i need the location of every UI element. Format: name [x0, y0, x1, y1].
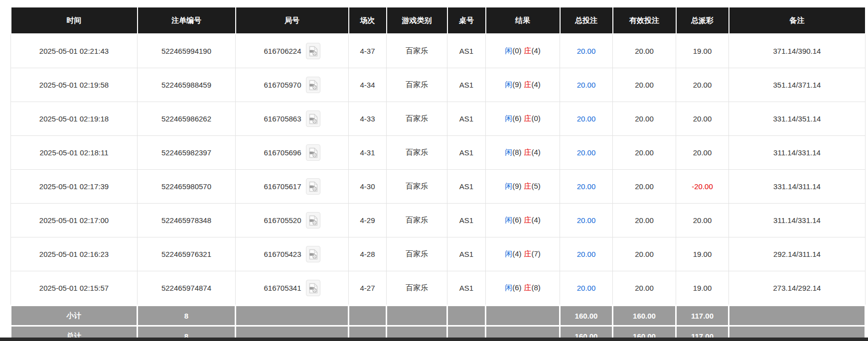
video-replay-button[interactable]	[306, 178, 320, 195]
player-result-label: 闲	[505, 249, 512, 258]
total-bet-cell: 20.00	[560, 102, 613, 136]
remark-cell: 371.14/390.14	[729, 34, 866, 68]
banker-result-score: (4)	[532, 148, 541, 156]
video-replay-button[interactable]	[306, 77, 320, 93]
total-bet-link[interactable]: 20.00	[577, 114, 596, 123]
round-cell: 616705341	[236, 271, 349, 306]
session-cell: 4-34	[349, 68, 387, 102]
banker-result-label: 庄	[524, 80, 532, 89]
table-no-cell: AS1	[447, 68, 486, 102]
session-cell: 4-28	[349, 237, 387, 271]
empty-cell	[236, 306, 349, 326]
total-bet-link[interactable]: 20.00	[577, 47, 596, 55]
video-replay-button[interactable]	[306, 212, 320, 228]
banker-result-score: (5)	[532, 182, 541, 190]
subtotal-total-bet: 160.00	[560, 306, 613, 326]
result-cell: 闲(8)庄(4)	[486, 136, 560, 170]
player-result-score: (6)	[512, 216, 521, 224]
session-cell: 4-30	[349, 170, 387, 204]
subtotal-valid-bet: 160.00	[613, 306, 676, 326]
video-replay-button[interactable]	[306, 43, 320, 59]
video-replay-icon	[308, 114, 318, 124]
banker-result-label: 庄	[524, 216, 532, 224]
total-bet-link[interactable]: 20.00	[577, 182, 596, 191]
empty-cell	[486, 306, 560, 326]
header-game-type: 游戏类别	[387, 7, 447, 34]
table-no-cell: AS1	[447, 170, 486, 204]
total-bet-link[interactable]: 20.00	[577, 81, 596, 89]
remark-cell: 311.14/331.14	[729, 204, 866, 237]
valid-bet-cell: 20.00	[613, 68, 676, 102]
result-cell: 闲(6)庄(0)	[486, 102, 560, 136]
session-cell: 4-27	[349, 271, 387, 306]
total-bet-link[interactable]: 20.00	[577, 250, 596, 258]
payout-cell: 20.00	[676, 102, 729, 136]
total-bet-cell: 20.00	[560, 204, 613, 237]
video-replay-icon	[308, 181, 318, 192]
bottom-bar	[0, 338, 868, 341]
video-replay-icon	[308, 46, 318, 57]
total-bet-cell: 20.00	[560, 68, 613, 102]
total-bet-cell: 20.00	[560, 271, 613, 306]
header-bet-id: 注单编号	[138, 7, 236, 34]
game-type-cell: 百家乐	[387, 204, 447, 237]
video-replay-icon	[308, 283, 318, 294]
time-cell: 2025-05-01 02:15:57	[11, 271, 138, 306]
total-bet-link[interactable]: 20.00	[577, 148, 596, 157]
session-cell: 4-33	[349, 102, 387, 136]
round-cell: 616705617	[236, 170, 349, 204]
player-result-score: (6)	[512, 283, 521, 292]
table-header: 时间 注单编号 局号 场次 游戏类别 桌号 结果 总投注 有效投注 总派彩 备注	[11, 7, 866, 34]
round-id: 616705617	[264, 182, 301, 191]
table-summary: 小计 8 160.00 160.00 117.00 总计 8	[11, 306, 866, 341]
table-no-cell: AS1	[447, 237, 486, 271]
video-replay-button[interactable]	[306, 111, 320, 127]
bet-id-cell: 522465988459	[138, 68, 236, 102]
video-replay-button[interactable]	[306, 144, 320, 161]
time-cell: 2025-05-01 02:17:39	[11, 170, 138, 204]
bet-id-cell: 522465978348	[138, 204, 236, 237]
result-cell: 闲(4)庄(7)	[486, 237, 560, 271]
banker-result-label: 庄	[524, 114, 532, 122]
time-cell: 2025-05-01 02:19:18	[11, 102, 138, 136]
total-bet-link[interactable]: 20.00	[577, 284, 596, 292]
banker-result-score: (0)	[532, 114, 541, 122]
bet-id-cell: 522465986262	[138, 102, 236, 136]
round-id: 616705520	[264, 216, 301, 225]
table-no-cell: AS1	[447, 136, 486, 170]
player-result-label: 闲	[505, 182, 512, 190]
subtotal-row: 小计 8 160.00 160.00 117.00	[11, 306, 866, 326]
result-cell: 闲(6)庄(4)	[486, 204, 560, 237]
table-row: 2025-05-01 02:19:58 522465988459 6167059…	[11, 68, 866, 102]
valid-bet-cell: 20.00	[613, 170, 676, 204]
header-round-id: 局号	[236, 7, 349, 34]
total-bet-link[interactable]: 20.00	[577, 216, 596, 225]
player-result-score: (8)	[512, 148, 521, 156]
video-replay-button[interactable]	[306, 246, 320, 262]
game-type-cell: 百家乐	[387, 170, 447, 204]
time-cell: 2025-05-01 02:21:43	[11, 34, 138, 68]
player-result-score: (0)	[512, 46, 521, 55]
video-replay-button[interactable]	[306, 280, 320, 296]
round-id: 616705423	[264, 250, 301, 258]
header-valid-bet: 有效投注	[613, 7, 676, 34]
player-result-label: 闲	[505, 283, 512, 292]
table-no-cell: AS1	[447, 34, 486, 68]
round-cell: 616705970	[236, 68, 349, 102]
valid-bet-cell: 20.00	[613, 271, 676, 306]
player-result-label: 闲	[505, 80, 512, 89]
session-cell: 4-31	[349, 136, 387, 170]
player-result-label: 闲	[505, 46, 512, 55]
player-result-label: 闲	[505, 114, 512, 122]
subtotal-label: 小计	[11, 306, 138, 326]
remark-cell: 292.14/311.14	[729, 237, 866, 271]
player-result-label: 闲	[505, 148, 512, 156]
video-replay-icon	[308, 215, 318, 226]
remark-cell: 331.14/351.14	[729, 102, 866, 136]
banker-result-label: 庄	[524, 148, 532, 156]
player-result-score: (6)	[512, 114, 521, 122]
header-result: 结果	[486, 7, 560, 34]
empty-cell	[447, 306, 486, 326]
bet-history-table-container: 时间 注单编号 局号 场次 游戏类别 桌号 结果 总投注 有效投注 总派彩 备注…	[10, 6, 866, 341]
round-id: 616706224	[264, 47, 301, 55]
